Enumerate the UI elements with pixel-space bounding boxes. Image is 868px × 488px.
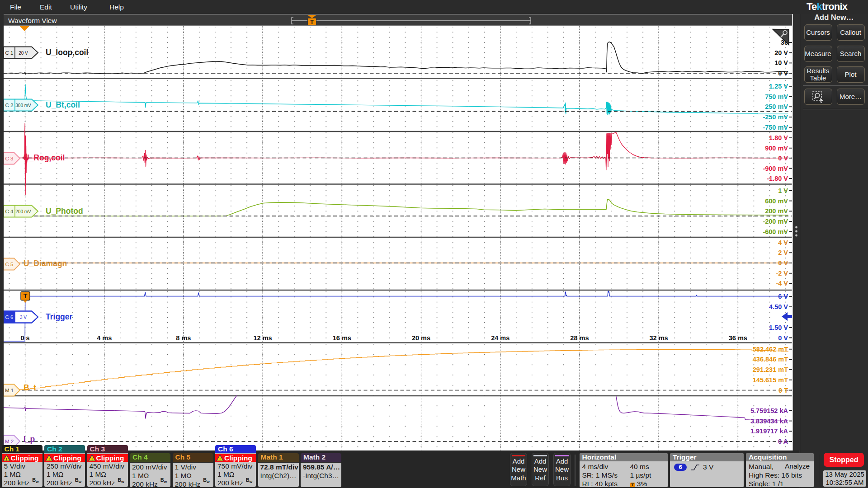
svg-text:-250 mV: -250 mV: [763, 113, 788, 121]
svg-text:!: !: [6, 456, 7, 461]
svg-text:M 2: M 2: [5, 438, 14, 444]
svg-text:M 1: M 1: [5, 387, 14, 393]
svg-text:0 V: 0 V: [778, 259, 788, 267]
svg-text:145.615 mT: 145.615 mT: [753, 376, 788, 383]
svg-text:20 ms: 20 ms: [412, 334, 430, 342]
svg-text:1.919717 kA: 1.919717 kA: [750, 427, 788, 435]
svg-text:T: T: [24, 292, 28, 300]
svg-text:4 ms: 4 ms: [97, 334, 112, 342]
svg-text:-4 V: -4 V: [776, 280, 788, 287]
svg-text:750 mV: 750 mV: [765, 93, 788, 100]
svg-text:0 V: 0 V: [778, 334, 788, 341]
svg-text:U_loop,coil: U_loop,coil: [46, 47, 88, 56]
svg-text:C 3: C 3: [5, 155, 14, 161]
svg-text:C 5: C 5: [5, 261, 14, 267]
svg-text:1.50 V: 1.50 V: [769, 324, 788, 331]
svg-text:436.846 mT: 436.846 mT: [753, 356, 788, 363]
svg-text:291.231 mT: 291.231 mT: [753, 366, 788, 373]
svg-text:U_Rog,coil: U_Rog,coil: [24, 153, 65, 162]
svg-text:3 V: 3 V: [20, 314, 27, 319]
svg-text:5.759152 kA: 5.759152 kA: [750, 407, 788, 414]
svg-text:-900 mV: -900 mV: [763, 164, 788, 172]
svg-text:Trigger: Trigger: [46, 312, 73, 321]
svg-text:C 4: C 4: [5, 208, 14, 214]
svg-text:200 mV: 200 mV: [15, 209, 31, 214]
svg-text:1.25 V: 1.25 V: [769, 82, 788, 89]
svg-text:-1.80 V: -1.80 V: [767, 175, 788, 182]
svg-text:10 V: 10 V: [774, 59, 788, 66]
svg-text:3.839434 kA: 3.839434 kA: [750, 417, 788, 424]
svg-text:24 ms: 24 ms: [491, 334, 509, 342]
svg-text:32 ms: 32 ms: [650, 334, 668, 342]
svg-text:T: T: [310, 19, 314, 25]
svg-text:-200 mV: -200 mV: [763, 218, 788, 225]
svg-text:!: !: [91, 456, 93, 461]
svg-text:-2 V: -2 V: [776, 269, 788, 277]
svg-text:200 mV: 200 mV: [765, 207, 788, 215]
svg-text:4 V: 4 V: [778, 239, 788, 246]
svg-text:-600 mV: -600 mV: [763, 228, 788, 235]
svg-text:300 mV: 300 mV: [15, 103, 31, 108]
svg-text:0 A: 0 A: [778, 438, 788, 445]
svg-text:B_t: B_t: [24, 383, 36, 392]
svg-text:12 ms: 12 ms: [254, 334, 272, 342]
svg-text:U_Bt,coil: U_Bt,coil: [46, 100, 80, 109]
svg-text:C 1: C 1: [5, 50, 14, 55]
svg-text:U_Photod: U_Photod: [46, 206, 83, 215]
svg-text:1 V: 1 V: [778, 187, 788, 194]
svg-text:C 6: C 6: [5, 314, 14, 319]
svg-text:900 mV: 900 mV: [765, 144, 788, 151]
svg-text:0 s: 0 s: [20, 334, 29, 342]
svg-text:!: !: [48, 456, 50, 461]
svg-text:0 T: 0 T: [778, 386, 788, 394]
svg-text:I_p: I_p: [24, 434, 35, 443]
svg-text:!: !: [219, 456, 221, 461]
svg-text:-750 mV: -750 mV: [763, 123, 788, 131]
svg-text:6 V: 6 V: [778, 293, 788, 300]
svg-text:C 2: C 2: [5, 102, 14, 108]
svg-text:2 V: 2 V: [778, 249, 788, 256]
svg-text:0 V: 0 V: [778, 154, 788, 161]
svg-text:28 ms: 28 ms: [570, 334, 589, 342]
svg-text:4.50 V: 4.50 V: [769, 303, 788, 310]
svg-text:U_Diamagn: U_Diamagn: [24, 259, 67, 268]
svg-text:1.80 V: 1.80 V: [769, 134, 788, 141]
svg-text:600 mV: 600 mV: [765, 197, 788, 204]
svg-text:8 ms: 8 ms: [176, 334, 191, 342]
svg-text:250 mV: 250 mV: [765, 103, 788, 110]
svg-text:36 ms: 36 ms: [729, 334, 747, 342]
svg-text:20 V: 20 V: [19, 50, 28, 55]
svg-text:16 ms: 16 ms: [333, 334, 351, 342]
svg-text:20 V: 20 V: [774, 49, 788, 56]
svg-text:0 V: 0 V: [778, 70, 788, 77]
svg-text:582.462 mT: 582.462 mT: [753, 345, 788, 352]
